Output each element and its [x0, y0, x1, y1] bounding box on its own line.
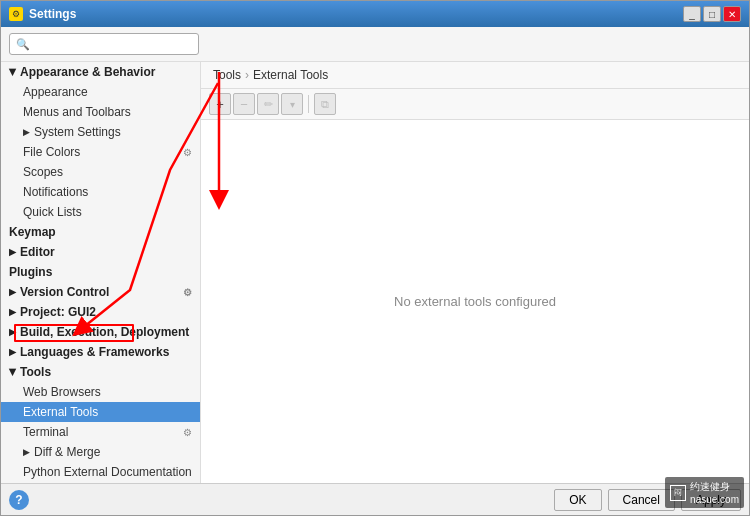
copy-button[interactable]: ⧉ — [314, 93, 336, 115]
expand-icon: ▶ — [9, 307, 16, 317]
sidebar-item-label: Appearance & Behavior — [20, 65, 155, 79]
app-icon: ⚙ — [9, 7, 23, 21]
window-footer: ? OK Cancel Apply — [1, 483, 749, 515]
sidebar-item-label: Python External Documentation — [23, 465, 192, 479]
sidebar-item-label: Terminal — [23, 425, 68, 439]
content-main: No external tools configured — [201, 120, 749, 483]
sidebar-item-keymap[interactable]: Keymap — [1, 222, 200, 242]
expand-icon: ▶ — [9, 287, 16, 297]
sidebar-item-label: Web Browsers — [23, 385, 101, 399]
sidebar-item-label: Tools — [20, 365, 51, 379]
sidebar-item-quick-lists[interactable]: Quick Lists — [1, 202, 200, 222]
title-buttons: _ □ ✕ — [683, 6, 741, 22]
maximize-button[interactable]: □ — [703, 6, 721, 22]
remove-button[interactable]: − — [233, 93, 255, 115]
sidebar-item-version-control[interactable]: ▶ Version Control ⚙ — [1, 282, 200, 302]
sidebar-item-diff-merge[interactable]: ▶ Diff & Merge — [1, 442, 200, 462]
sidebar-item-label: Appearance — [23, 85, 88, 99]
sidebar-item-label: Menus and Toolbars — [23, 105, 131, 119]
sidebar-item-file-colors[interactable]: File Colors ⚙ — [1, 142, 200, 162]
sidebar-item-label: Plugins — [9, 265, 52, 279]
sidebar-item-label: Notifications — [23, 185, 88, 199]
search-input[interactable] — [9, 33, 199, 55]
sidebar-item-label: Languages & Frameworks — [20, 345, 169, 359]
window-title: Settings — [29, 7, 76, 21]
sidebar-item-label: Quick Lists — [23, 205, 82, 219]
sidebar-item-label: External Tools — [23, 405, 98, 419]
sidebar-item-label: Version Control — [20, 285, 109, 299]
expand-icon: ▶ — [23, 127, 30, 137]
expand-icon: ▶ — [9, 327, 16, 337]
window-body: ▶ Appearance & Behavior Appearance Menus… — [1, 27, 749, 483]
gear-icon: ⚙ — [183, 147, 192, 158]
sidebar-item-label: System Settings — [34, 125, 121, 139]
gear-icon: ⚙ — [183, 427, 192, 438]
content-toolbar: + − ✏ ▾ ⧉ — [201, 89, 749, 120]
sidebar-item-plugins[interactable]: Plugins — [1, 262, 200, 282]
sidebar-item-system-settings[interactable]: ▶ System Settings — [1, 122, 200, 142]
sidebar-item-scopes[interactable]: Scopes — [1, 162, 200, 182]
close-button[interactable]: ✕ — [723, 6, 741, 22]
minimize-button[interactable]: _ — [683, 6, 701, 22]
sidebar-item-appearance-behavior[interactable]: ▶ Appearance & Behavior — [1, 62, 200, 82]
sidebar-item-terminal[interactable]: Terminal ⚙ — [1, 422, 200, 442]
expand-icon: ▶ — [9, 347, 16, 357]
breadcrumb-external-tools: External Tools — [253, 68, 328, 82]
sidebar-item-python-ext-docs[interactable]: Python External Documentation — [1, 462, 200, 482]
sidebar-item-menus-toolbars[interactable]: Menus and Toolbars — [1, 102, 200, 122]
breadcrumb: Tools › External Tools — [201, 62, 749, 89]
gear-icon: ⚙ — [183, 287, 192, 298]
sidebar-item-label: Editor — [20, 245, 55, 259]
content-area: Tools › External Tools + − ✏ ▾ ⧉ No exte… — [201, 62, 749, 483]
sidebar-item-editor[interactable]: ▶ Editor — [1, 242, 200, 262]
sidebar-item-label: File Colors — [23, 145, 80, 159]
expand-icon: ▶ — [23, 447, 30, 457]
sidebar-item-tools[interactable]: ▶ Tools — [1, 362, 200, 382]
apply-button[interactable]: Apply — [681, 489, 741, 511]
sidebar-item-label: Diff & Merge — [34, 445, 100, 459]
toolbar-separator — [308, 95, 309, 113]
sidebar-item-notifications[interactable]: Notifications — [1, 182, 200, 202]
footer-left: ? — [9, 490, 29, 510]
sidebar-item-external-tools[interactable]: External Tools — [1, 402, 200, 422]
help-button[interactable]: ? — [9, 490, 29, 510]
main-area: ▶ Appearance & Behavior Appearance Menus… — [1, 62, 749, 483]
sidebar-item-label: Scopes — [23, 165, 63, 179]
sidebar-item-project-gui2[interactable]: ▶ Project: GUI2 — [1, 302, 200, 322]
sidebar-item-label: Keymap — [9, 225, 56, 239]
expand-icon: ▶ — [9, 247, 16, 257]
search-bar — [1, 27, 749, 62]
expand-icon: ▶ — [8, 69, 18, 76]
sidebar-item-build-execution[interactable]: ▶ Build, Execution, Deployment — [1, 322, 200, 342]
sidebar-item-languages-frameworks[interactable]: ▶ Languages & Frameworks — [1, 342, 200, 362]
ok-button[interactable]: OK — [554, 489, 601, 511]
empty-message: No external tools configured — [394, 294, 556, 309]
breadcrumb-separator: › — [245, 68, 249, 82]
dropdown-button[interactable]: ▾ — [281, 93, 303, 115]
sidebar-item-web-browsers[interactable]: Web Browsers — [1, 382, 200, 402]
sidebar-item-label: Project: GUI2 — [20, 305, 96, 319]
title-bar-left: ⚙ Settings — [9, 7, 76, 21]
title-bar: ⚙ Settings _ □ ✕ — [1, 1, 749, 27]
footer-right: OK Cancel Apply — [554, 489, 741, 511]
sidebar-item-appearance[interactable]: Appearance — [1, 82, 200, 102]
add-button[interactable]: + — [209, 93, 231, 115]
settings-window: ⚙ Settings _ □ ✕ ▶ Appearance & Behavior — [0, 0, 750, 516]
edit-button[interactable]: ✏ — [257, 93, 279, 115]
cancel-button[interactable]: Cancel — [608, 489, 675, 511]
sidebar-item-label: Build, Execution, Deployment — [20, 325, 189, 339]
breadcrumb-tools: Tools — [213, 68, 241, 82]
expand-icon: ▶ — [8, 369, 18, 376]
sidebar: ▶ Appearance & Behavior Appearance Menus… — [1, 62, 201, 483]
